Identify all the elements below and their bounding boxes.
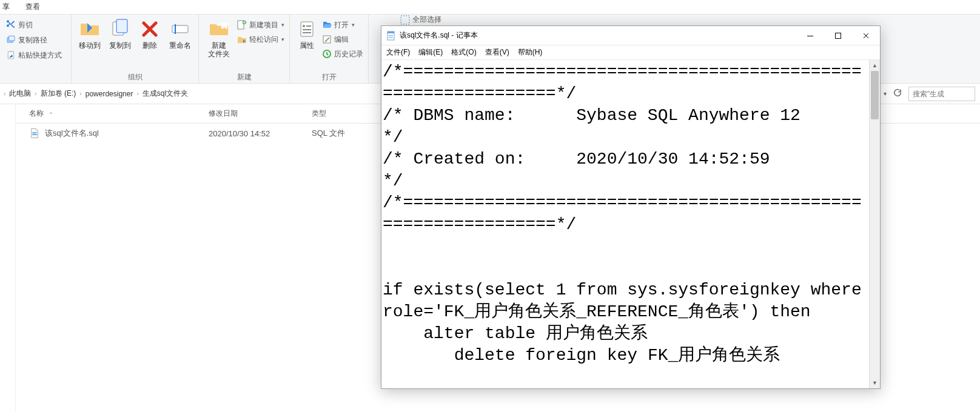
svg-rect-17 <box>401 16 409 24</box>
column-header-modified[interactable]: 修改日期 <box>209 108 312 119</box>
nav-pane-strip[interactable] <box>0 104 16 412</box>
new-folder-button[interactable]: 新建 文件夹 <box>204 16 233 72</box>
new-folder-label: 新建 文件夹 <box>208 41 230 58</box>
menu-view[interactable]: 查看(V) <box>485 47 509 58</box>
svg-rect-13 <box>303 29 311 30</box>
tab-share[interactable]: 享 <box>2 2 10 12</box>
edit-icon <box>322 35 332 44</box>
rename-label: 重命名 <box>169 41 191 50</box>
scroll-up-icon[interactable]: ▲ <box>870 60 880 71</box>
notepad-app-icon <box>386 31 396 41</box>
scissors-icon <box>6 20 16 30</box>
svg-rect-14 <box>303 32 311 33</box>
properties-icon <box>296 18 318 40</box>
file-name: 该sql文件名.sql <box>45 128 99 139</box>
move-to-label: 移动到 <box>79 41 101 50</box>
new-folder-icon <box>208 18 230 40</box>
svg-rect-3 <box>9 51 12 53</box>
notepad-window: 该sql文件名.sql - 记事本 文件(F) 编辑(E) 格式(O) 查看(V… <box>381 25 881 389</box>
paste-shortcut-label: 粘贴快捷方式 <box>18 50 62 61</box>
notepad-titlebar[interactable]: 该sql文件名.sql - 记事本 <box>381 26 880 45</box>
open-label: 打开 <box>334 20 349 30</box>
paste-shortcut-button[interactable]: 粘贴快捷方式 <box>5 48 63 62</box>
select-all-peek[interactable]: 全部选择 <box>400 15 441 25</box>
select-all-label: 全部选择 <box>412 15 441 25</box>
copy-path-icon <box>6 35 16 45</box>
notepad-text-area[interactable]: /*======================================… <box>381 60 869 388</box>
new-item-icon <box>237 20 247 30</box>
delete-label: 删除 <box>143 41 157 50</box>
column-header-type[interactable]: 类型 <box>312 108 372 119</box>
properties-label: 属性 <box>300 41 314 50</box>
delete-button[interactable]: 删除 <box>137 16 164 72</box>
copy-to-button[interactable]: 复制到 <box>107 16 133 72</box>
column-header-name[interactable]: 名称^ <box>16 108 209 119</box>
easy-access-icon <box>237 35 247 44</box>
address-dropdown-icon[interactable]: ▾ <box>884 90 887 97</box>
svg-rect-24 <box>807 36 813 36</box>
maximize-icon <box>834 32 842 39</box>
breadcrumb-drive-e[interactable]: 新加卷 (E:)› <box>41 88 82 99</box>
open-icon <box>322 20 332 30</box>
menu-edit[interactable]: 编辑(E) <box>418 47 443 58</box>
move-to-button[interactable]: 移动到 <box>76 16 103 72</box>
breadcrumb-powerdesigner[interactable]: powerdesigner› <box>86 90 139 98</box>
new-group-label: 新建 <box>204 72 284 83</box>
copy-to-label: 复制到 <box>109 41 131 50</box>
breadcrumb-sql-folder[interactable]: 生成sql文件夹 <box>143 88 188 99</box>
copy-path-label: 复制路径 <box>18 35 47 45</box>
clipboard-group-label <box>5 72 66 83</box>
notepad-vertical-scrollbar[interactable]: ▲ ▼ <box>869 60 880 388</box>
refresh-icon[interactable] <box>893 88 902 99</box>
svg-point-11 <box>303 25 305 27</box>
breadcrumb-root-chevron[interactable]: › <box>4 90 5 97</box>
new-item-button[interactable]: 新建项目▾ <box>237 18 284 32</box>
properties-button[interactable]: 属性 <box>295 16 318 72</box>
select-all-icon <box>400 15 410 25</box>
close-button[interactable] <box>852 26 880 45</box>
svg-rect-25 <box>836 33 841 38</box>
menu-help[interactable]: 帮助(H) <box>518 47 543 58</box>
notepad-menubar: 文件(F) 编辑(E) 格式(O) 查看(V) 帮助(H) <box>381 45 880 60</box>
new-item-label: 新建项目 <box>249 20 278 30</box>
rename-button[interactable]: 重命名 <box>167 16 193 72</box>
sql-file-icon <box>29 128 40 139</box>
svg-rect-1 <box>9 36 15 41</box>
copy-path-button[interactable]: 复制路径 <box>5 33 63 47</box>
edit-button[interactable]: 编辑 <box>322 33 363 46</box>
svg-rect-19 <box>32 135 37 136</box>
open-group-label: 打开 <box>295 72 363 83</box>
minimize-icon <box>807 32 814 39</box>
search-input[interactable] <box>908 87 975 101</box>
cut-button[interactable]: 剪切 <box>5 18 63 32</box>
svg-rect-12 <box>306 25 311 27</box>
svg-rect-5 <box>116 19 127 33</box>
open-button[interactable]: 打开▾ <box>322 18 363 32</box>
tab-view[interactable]: 查看 <box>25 2 40 12</box>
menu-format[interactable]: 格式(O) <box>451 47 476 58</box>
notepad-title: 该sql文件名.sql - 记事本 <box>400 30 796 41</box>
close-icon <box>862 32 870 39</box>
maximize-button[interactable] <box>824 26 852 45</box>
scroll-down-icon[interactable]: ▼ <box>870 377 880 388</box>
history-button[interactable]: 历史记录 <box>322 47 363 61</box>
edit-label: 编辑 <box>334 35 349 45</box>
paste-shortcut-icon <box>6 50 16 60</box>
svg-rect-7 <box>175 24 176 34</box>
history-label: 历史记录 <box>334 49 363 59</box>
file-type: SQL 文件 <box>312 128 372 139</box>
svg-rect-2 <box>8 51 13 59</box>
easy-access-button[interactable]: 轻松访问▾ <box>237 33 284 46</box>
file-modified: 2020/10/30 14:52 <box>209 129 312 138</box>
scroll-thumb[interactable] <box>871 71 879 119</box>
breadcrumb-this-pc[interactable]: 此电脑› <box>9 88 36 99</box>
delete-icon <box>139 18 161 40</box>
rename-icon <box>169 18 191 40</box>
cut-label: 剪切 <box>18 20 33 30</box>
svg-rect-18 <box>32 133 37 134</box>
easy-access-label: 轻松访问 <box>249 35 278 45</box>
svg-rect-21 <box>388 32 394 33</box>
move-to-icon <box>79 18 101 40</box>
menu-file[interactable]: 文件(F) <box>386 47 410 58</box>
minimize-button[interactable] <box>796 26 824 45</box>
